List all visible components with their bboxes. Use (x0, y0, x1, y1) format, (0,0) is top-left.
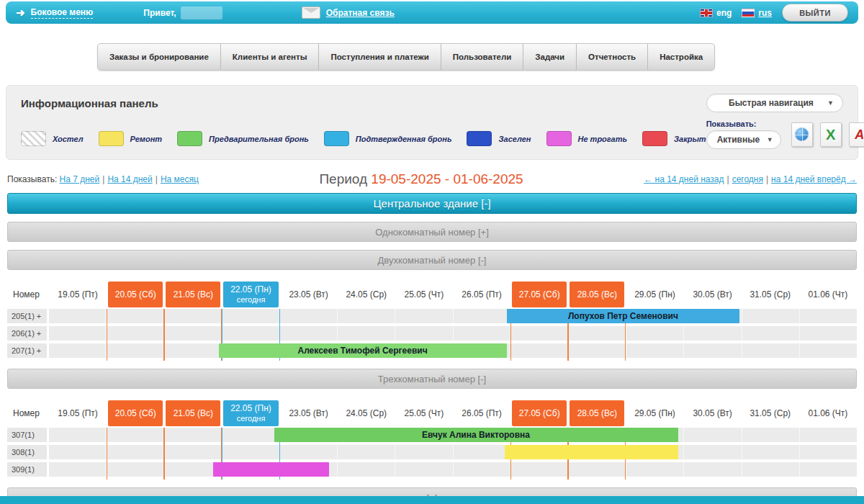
day-cell[interactable] (395, 309, 453, 323)
day-cell[interactable] (164, 445, 222, 459)
day-cell[interactable] (49, 326, 107, 341)
day-cell[interactable] (454, 462, 511, 477)
booking-bar[interactable]: Лопухов Петр Семенович (507, 309, 740, 323)
web-export-icon[interactable] (791, 122, 813, 147)
day-cell[interactable] (511, 343, 569, 358)
booking-bar[interactable]: Алексеев Тимофей Сергеевич (219, 343, 507, 358)
day-cell[interactable] (107, 343, 164, 358)
day-cell[interactable] (800, 445, 857, 459)
day-cell[interactable] (511, 462, 569, 477)
day-cell[interactable] (454, 445, 511, 459)
day-cell[interactable] (164, 326, 222, 341)
day-cell[interactable] (626, 343, 684, 358)
room-label[interactable]: 308(1) (7, 445, 47, 459)
room-label[interactable]: 309(1) (7, 462, 47, 477)
day-cell[interactable] (684, 428, 742, 442)
day-cell[interactable] (49, 428, 107, 442)
day-cell[interactable] (222, 309, 280, 323)
nav-tab[interactable]: Клиенты и агенты (221, 43, 320, 71)
day-cell[interactable] (742, 343, 800, 358)
room-label[interactable]: 307(1) (7, 428, 47, 442)
day-cell[interactable] (684, 343, 742, 358)
pdf-export-icon[interactable]: A (849, 122, 864, 147)
day-cell[interactable] (569, 462, 626, 477)
room-label[interactable]: 207(1) + (7, 343, 47, 358)
day-cell[interactable] (49, 462, 107, 477)
logout-button[interactable]: выйти (782, 4, 848, 22)
room-label[interactable]: 206(1) + (7, 326, 47, 341)
nav-tab[interactable]: Настройка (648, 43, 715, 71)
day-cell[interactable] (742, 309, 800, 323)
range-7-days-link[interactable]: На 7 дней (60, 174, 100, 184)
range-14-days-link[interactable]: На 14 дней (107, 174, 152, 184)
day-cell[interactable] (684, 462, 742, 477)
active-filter-select[interactable]: Активные ▼ (706, 130, 781, 149)
booking-bar[interactable] (213, 462, 328, 477)
day-cell[interactable] (626, 462, 684, 477)
lang-rus[interactable]: rus (742, 8, 772, 18)
day-cell[interactable] (626, 326, 684, 341)
day-cell[interactable] (107, 462, 164, 477)
day-cell[interactable] (454, 309, 511, 323)
day-cell[interactable] (800, 462, 857, 477)
day-cell[interactable] (222, 428, 280, 442)
day-cell[interactable] (280, 326, 338, 341)
day-cell[interactable] (280, 309, 338, 323)
day-cell[interactable] (800, 326, 857, 341)
day-cell[interactable] (164, 309, 222, 323)
day-cell[interactable] (338, 326, 395, 341)
day-cell[interactable] (338, 462, 395, 477)
day-cell[interactable] (511, 326, 569, 341)
room-type-bar[interactable]: Однокомнатный номер [+] (7, 222, 857, 242)
day-cell[interactable] (569, 326, 626, 341)
day-cell[interactable] (107, 309, 164, 323)
day-cell[interactable] (742, 462, 800, 477)
day-cell[interactable] (800, 309, 857, 323)
nav-tab[interactable]: Пользователи (441, 43, 524, 71)
day-cell[interactable] (395, 445, 453, 459)
feedback-link[interactable]: Обратная связь (326, 8, 395, 18)
day-cell[interactable] (742, 428, 800, 442)
day-cell[interactable] (338, 309, 395, 323)
building-bar[interactable]: Центральное здание [-] (7, 193, 857, 214)
day-cell[interactable] (49, 309, 107, 323)
day-cell[interactable] (222, 326, 280, 341)
day-cell[interactable] (164, 428, 222, 442)
day-cell[interactable] (800, 428, 857, 442)
day-cell[interactable] (742, 445, 800, 459)
booking-bar[interactable]: Евчук Алина Викторовна (274, 428, 678, 442)
day-cell[interactable] (164, 343, 222, 358)
day-cell[interactable] (454, 326, 511, 341)
day-cell[interactable] (107, 428, 164, 442)
nav-tab[interactable]: Отчетность (577, 43, 648, 71)
side-menu-link[interactable]: Боковое меню (31, 7, 94, 19)
day-cell[interactable] (49, 445, 107, 459)
day-cell[interactable] (569, 343, 626, 358)
day-cell[interactable] (338, 445, 395, 459)
room-label[interactable]: 205(1) + (7, 309, 47, 323)
back-14-days-link[interactable]: ← на 14 дней назад (644, 174, 724, 184)
nav-tab[interactable]: Поступления и платежи (319, 43, 441, 71)
day-cell[interactable] (107, 445, 164, 459)
nav-tab[interactable]: Заказы и бронирование (97, 43, 221, 71)
today-link[interactable]: сегодня (732, 174, 763, 184)
lang-eng[interactable]: eng (700, 8, 732, 18)
forward-14-days-link[interactable]: на 14 дней вперёд → (771, 174, 857, 184)
booking-bar[interactable] (505, 445, 678, 459)
day-cell[interactable] (742, 326, 800, 341)
day-cell[interactable] (49, 343, 107, 358)
day-cell[interactable] (395, 326, 453, 341)
day-cell[interactable] (800, 343, 857, 358)
day-cell[interactable] (107, 326, 164, 341)
day-cell[interactable] (684, 445, 742, 459)
range-month-link[interactable]: На месяц (161, 174, 199, 184)
quick-nav-select[interactable]: Быстрая навигация ▼ (706, 94, 843, 112)
room-type-bar[interactable]: Трехкомнатный номер [-] (7, 369, 857, 389)
day-cell[interactable] (395, 462, 453, 477)
excel-export-icon[interactable]: X (820, 122, 842, 147)
day-cell[interactable] (684, 326, 742, 341)
nav-tab[interactable]: Задачи (523, 43, 577, 71)
day-cell[interactable] (222, 445, 280, 459)
day-cell[interactable] (280, 445, 338, 459)
room-type-bar[interactable]: Двухкомнатный номер [-] (7, 250, 857, 270)
